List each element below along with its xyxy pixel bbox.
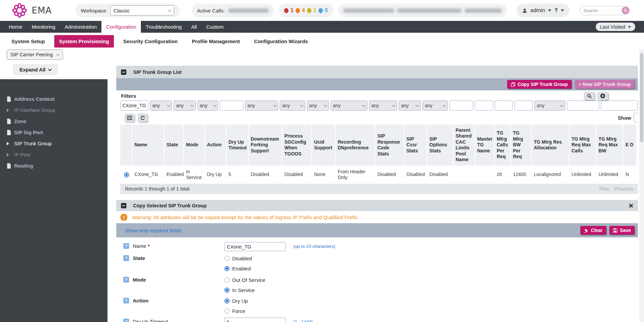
sidebar-item-ip-interface-group[interactable]: IP Interface Group <box>0 105 108 116</box>
nav-troubleshooting[interactable]: Troubleshooting <box>141 21 186 33</box>
filter-sgconfig-select[interactable]: any <box>280 100 305 111</box>
col-ucid-support[interactable]: Ucid Support <box>312 124 336 166</box>
col-process-sgconfig[interactable]: Process SGConfig When TGOOS <box>282 124 312 166</box>
filter-timeout-input[interactable] <box>220 100 243 111</box>
col-mode[interactable]: Mode <box>184 124 205 166</box>
search-input[interactable]: Search <box>583 8 598 13</box>
filter-state-select[interactable]: any <box>150 100 172 111</box>
filter-res-allocation-select[interactable]: any <box>534 100 565 111</box>
tab-system-provisioning[interactable]: System Provisioning <box>54 35 114 48</box>
col-tg-mtrg-res-allocation[interactable]: TG Mtrg Res Allocation <box>532 124 570 166</box>
close-icon[interactable] <box>628 203 633 208</box>
vertical-scrollbar[interactable] <box>639 50 644 322</box>
filter-ucid-select[interactable]: any <box>307 100 329 111</box>
last-visited-dropdown[interactable]: Last Visited <box>596 23 635 31</box>
help-icon[interactable]: ? <box>123 319 129 322</box>
nav-configuration[interactable]: Configuration <box>101 21 141 33</box>
col-tg-mtrg-req-max-calls[interactable]: TG Mtrg Req Max Calls <box>570 124 596 166</box>
column-chooser-button[interactable] <box>124 113 134 122</box>
scrollbar-thumb[interactable] <box>640 53 643 142</box>
filter-req-max-calls-input[interactable] <box>567 100 599 111</box>
col-sip-response-code-stats[interactable]: SIP Response Code Stats <box>375 124 404 166</box>
nav-custom[interactable]: Custom <box>202 21 228 33</box>
tab-system-setup[interactable]: System Setup <box>7 35 50 48</box>
nav-home[interactable]: Home <box>4 21 27 33</box>
new-sip-trunk-group-button[interactable]: + New SIP Trunk Group <box>575 80 635 89</box>
action-option-force[interactable]: Force <box>224 307 293 315</box>
clear-filter-button[interactable] <box>597 92 608 100</box>
user-menu[interactable]: admin ? <box>517 4 570 17</box>
filter-req-max-bw-input[interactable] <box>601 100 638 111</box>
nav-monitoring[interactable]: Monitoring <box>27 21 60 33</box>
col-tg-mtrg-calls-per-req[interactable]: TG Mtrg Calls Per Req <box>495 124 511 166</box>
filter-recording-select[interactable]: any <box>331 100 367 111</box>
copy-sip-trunk-group-button[interactable]: Copy SIP Trunk Group <box>507 80 572 89</box>
sidebar-item-sip-sig-port[interactable]: SIP Sig Port <box>0 127 108 138</box>
help-icon[interactable]: ? <box>123 298 129 303</box>
tab-configuration-wizards[interactable]: Configuration Wizards <box>249 35 313 48</box>
search-submit-button[interactable] <box>622 7 629 14</box>
filter-sip-options-select[interactable]: any <box>423 100 448 111</box>
tab-security-configuration[interactable]: Security Configuration <box>119 35 183 48</box>
global-search[interactable]: Search <box>580 6 630 15</box>
filter-name-input[interactable] <box>120 100 148 111</box>
sidebar-item-zone[interactable]: Zone <box>0 116 108 127</box>
workspace-select[interactable]: Classic <box>110 5 174 16</box>
table-row[interactable]: CXone_TG Enabled In Service Dry Up 5 Dis… <box>120 166 637 184</box>
sidebar-item-routing[interactable]: Routing <box>0 160 108 171</box>
col-sip-cssr-stats[interactable]: SIP Cssr Stats <box>404 124 427 166</box>
nav-all[interactable]: All <box>186 21 202 33</box>
help-menu[interactable]: ? <box>554 7 558 13</box>
mode-option-out-of-service[interactable]: Out Of Service <box>224 276 293 284</box>
dry-up-timeout-input[interactable] <box>224 318 286 322</box>
sidebar-item-ip-peer[interactable]: IP Peer <box>0 149 108 160</box>
filter-sip-response-select[interactable]: any <box>369 100 397 111</box>
collapse-icon[interactable] <box>121 69 126 75</box>
row-radio-button[interactable] <box>124 172 129 177</box>
col-action[interactable]: Action <box>205 124 226 166</box>
col-tg-mtrg-req-max-bw[interactable]: TG Mtrg Req Max BW <box>596 124 623 166</box>
action-option-dry-up[interactable]: Dry Up <box>224 297 293 305</box>
name-input[interactable] <box>224 242 286 251</box>
pagination-first[interactable]: First <box>599 186 609 192</box>
filter-bw-per-req-input[interactable] <box>515 100 533 111</box>
category-select[interactable]: SIP Carrier Peering <box>7 50 63 60</box>
state-option-disabled[interactable]: Disabled <box>224 254 293 262</box>
col-sip-options-stats[interactable]: SIP Options Stats <box>427 124 454 166</box>
help-icon[interactable]: ? <box>123 277 129 283</box>
filter-cac-pool-input[interactable] <box>450 100 473 111</box>
tab-profile-management[interactable]: Profile Management <box>187 35 245 48</box>
col-dry-up-timeout[interactable]: Dry Up Timeout <box>226 124 249 166</box>
col-clipped[interactable]: E D <box>623 124 637 166</box>
filter-action-select[interactable]: any <box>197 100 218 111</box>
show-required-fields-link[interactable]: Show only required fields <box>125 228 182 233</box>
col-recording-dnpreference[interactable]: Recording DNpreference <box>336 124 375 166</box>
sidebar-item-sip-trunk-group[interactable]: SIP Trunk Group <box>0 138 108 149</box>
mode-option-in-service[interactable]: In Service <box>224 286 293 294</box>
state-option-enabled[interactable]: Enabled <box>224 264 293 272</box>
alarm-status-group[interactable]: 1 4 1 0 <box>279 4 333 17</box>
sidebar-item-address-context[interactable]: Address Context <box>0 93 108 105</box>
col-name[interactable]: Name <box>132 124 164 166</box>
filter-master-tg-input[interactable] <box>475 100 493 111</box>
pagination-previous[interactable]: Previous <box>614 186 633 192</box>
filter-mode-select[interactable]: any <box>174 100 195 111</box>
filter-downstream-select[interactable]: any <box>245 100 278 111</box>
clear-button[interactable]: Clear <box>580 226 606 235</box>
col-master-tg-name[interactable]: Master TG Name <box>475 124 495 166</box>
collapse-icon[interactable] <box>121 203 126 208</box>
show-rows-select[interactable] <box>634 113 638 122</box>
apply-filter-button[interactable] <box>584 92 595 100</box>
filter-sip-cssr-select[interactable]: any <box>399 100 421 111</box>
refresh-button[interactable] <box>137 113 148 122</box>
col-downstream-forking[interactable]: Downstream Forking Support <box>249 124 282 166</box>
save-button[interactable]: Save <box>609 226 635 235</box>
filter-calls-per-req-input[interactable] <box>495 100 513 111</box>
help-icon[interactable]: ? <box>123 243 129 249</box>
help-icon[interactable]: ? <box>123 255 129 261</box>
col-tg-mtrg-bw-per-req[interactable]: TG Mtrg BW Per Req <box>511 124 532 166</box>
col-state[interactable]: State <box>164 124 184 166</box>
col-parent-shared-cac[interactable]: Parent Shared CAC Limits Pool Name <box>454 124 475 166</box>
expand-all-button[interactable]: Expand All <box>13 64 58 75</box>
nav-administration[interactable]: Administration <box>60 21 101 33</box>
